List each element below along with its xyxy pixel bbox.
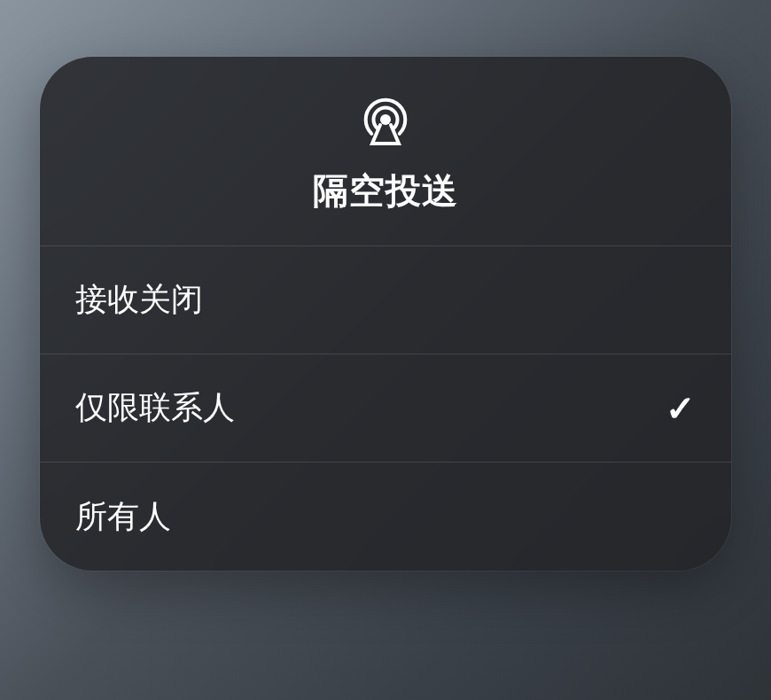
panel-header: 隔空投送 — [40, 57, 731, 246]
airdrop-icon — [358, 92, 413, 151]
panel-title: 隔空投送 — [313, 167, 458, 215]
option-contacts-only[interactable]: 仅限联系人 ✓ — [40, 354, 731, 463]
option-list: 接收关闭 ✓ 仅限联系人 ✓ 所有人 ✓ — [40, 246, 731, 571]
option-label: 所有人 — [75, 495, 171, 539]
airdrop-panel: 隔空投送 接收关闭 ✓ 仅限联系人 ✓ 所有人 ✓ — [40, 57, 731, 571]
checkmark-icon: ✓ — [666, 391, 696, 426]
option-label: 仅限联系人 — [75, 386, 235, 430]
svg-point-0 — [380, 114, 391, 125]
option-receiving-off[interactable]: 接收关闭 ✓ — [40, 246, 731, 354]
option-label: 接收关闭 — [75, 278, 203, 322]
option-everyone[interactable]: 所有人 ✓ — [40, 463, 731, 571]
